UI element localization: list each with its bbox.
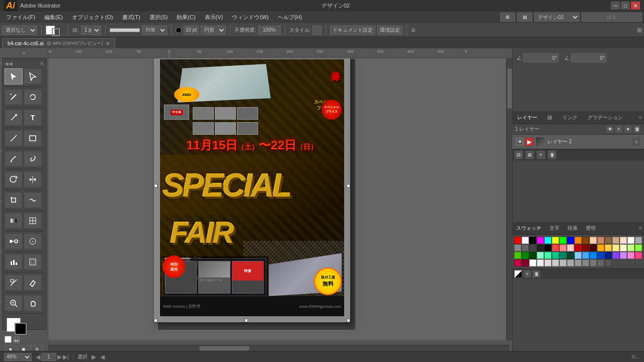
swatch-24[interactable] [567, 244, 574, 251]
angle1-input[interactable] [523, 53, 558, 62]
swatch-30[interactable] [612, 244, 619, 251]
swatch-45[interactable] [597, 252, 604, 259]
swatch-59[interactable] [575, 259, 582, 266]
direct-select-tool[interactable] [24, 68, 42, 84]
swatches-none-icon[interactable] [514, 270, 522, 278]
swatch-25[interactable] [575, 244, 582, 251]
swatch-3[interactable] [537, 237, 544, 244]
mirror-tool[interactable] [24, 171, 42, 188]
swatch-40[interactable] [559, 252, 567, 259]
swatch-19[interactable] [529, 244, 536, 251]
swatch-53[interactable] [529, 259, 536, 266]
swatch-54[interactable] [537, 259, 544, 266]
swatch-8[interactable] [575, 237, 582, 244]
minimize-button[interactable]: ─ [611, 2, 620, 10]
rotate-tool[interactable] [5, 171, 23, 188]
swatch-56[interactable] [552, 259, 559, 266]
swatch-9[interactable] [582, 237, 589, 244]
swatch-35[interactable] [522, 252, 529, 259]
layers-new-icon[interactable]: + [615, 125, 623, 133]
layers-delete-icon[interactable]: 🗑 [633, 125, 641, 133]
doc-settings-button[interactable]: ドキュメント設定 [330, 26, 375, 35]
layers-new-sublayer-btn[interactable]: ⊞ [525, 150, 534, 159]
mesh-tool[interactable] [24, 213, 42, 229]
swatch-41[interactable] [567, 252, 574, 259]
swatch-57[interactable] [559, 259, 567, 266]
scale-tool[interactable] [5, 192, 23, 208]
status-expand-btn[interactable]: ▶ [92, 353, 96, 360]
point-shape-select[interactable]: 円形 [201, 26, 226, 35]
toolbar-more-btn[interactable]: ≡ [411, 26, 415, 34]
point-size-input[interactable] [184, 26, 199, 35]
layers-tab-gradient[interactable]: グラデーション [583, 112, 628, 124]
page-end-btn[interactable]: ▶| [63, 353, 69, 360]
close-button[interactable]: ✕ [631, 2, 640, 10]
swatch-23[interactable] [559, 244, 567, 251]
magic-wand-tool[interactable] [5, 89, 23, 105]
swatch-18[interactable] [522, 244, 529, 251]
env-settings-button[interactable]: 環境設定 [377, 26, 403, 35]
warp-tool[interactable] [24, 192, 42, 208]
swatch-21[interactable] [544, 244, 551, 251]
swatch-2[interactable] [529, 237, 536, 244]
menu-file[interactable]: ファイル(F) [2, 13, 39, 22]
swatch-17[interactable] [514, 244, 521, 251]
menu-help[interactable]: ヘルプ(H) [274, 13, 306, 22]
swatch-60[interactable] [582, 259, 589, 266]
reset-colors-btn[interactable]: D [5, 336, 12, 343]
column-chart-tool[interactable] [5, 254, 23, 270]
swatch-37[interactable] [537, 252, 544, 259]
swatch-13[interactable] [612, 237, 619, 244]
layers-menu-icon[interactable]: ≡ [637, 112, 644, 124]
layer-visibility-toggle[interactable]: 👁 [516, 138, 523, 145]
lasso-tool[interactable] [24, 89, 42, 105]
zoom-tool[interactable] [5, 295, 23, 311]
swatch-48[interactable] [620, 252, 627, 259]
page-prev-btn[interactable]: ◀ [36, 353, 40, 360]
pencil-tool[interactable] [5, 151, 23, 167]
swatch-49[interactable] [627, 252, 634, 259]
swatch-4[interactable] [544, 237, 551, 244]
layers-options-icon[interactable]: ▾ [624, 125, 632, 133]
menu-object[interactable]: オブジェクト(O) [68, 13, 117, 22]
menu-text[interactable]: 書式(T) [118, 13, 144, 22]
swatches-tab-swatches[interactable]: スウォッチ [512, 223, 545, 234]
swatch-12[interactable] [605, 237, 612, 244]
stroke-style-select[interactable]: 均等 [142, 26, 167, 35]
menu-view[interactable]: 表示(V) [201, 13, 227, 22]
tab-close-icon[interactable]: ✕ [106, 41, 110, 46]
status-collapse-btn[interactable]: ◀ [100, 353, 105, 360]
layer-lock-icon[interactable]: ○ [633, 138, 640, 145]
angle2-input[interactable] [571, 53, 606, 62]
document-tab[interactable]: b4-car-4c-cs6.ai @ 48% (CMYK/プレビュー) ✕ [2, 38, 115, 48]
swap-colors-btn[interactable]: ⇔ [14, 337, 20, 343]
swatch-47[interactable] [612, 252, 619, 259]
page-input[interactable] [41, 353, 56, 361]
pen-tool[interactable] [5, 110, 23, 126]
menu-select[interactable]: 選択(S) [145, 13, 172, 22]
stroke-size-select[interactable]: 1 px [81, 26, 101, 35]
brush-tool[interactable] [24, 151, 42, 167]
swatch-38[interactable] [544, 252, 551, 259]
search-input[interactable] [582, 13, 642, 22]
zoom-select[interactable]: 48% [4, 353, 32, 361]
symbol-tool[interactable]: * [24, 233, 42, 249]
swatch-36[interactable] [529, 252, 536, 259]
swatch-0[interactable] [514, 237, 521, 244]
swatch-16[interactable] [635, 237, 642, 244]
swatches-delete-btn[interactable]: 🗑 [532, 270, 540, 278]
swatch-50[interactable] [635, 252, 642, 259]
stroke-color[interactable] [52, 28, 60, 36]
toolbox-collapse-btn[interactable]: ◀◀ [5, 61, 13, 66]
swatch-55[interactable] [544, 259, 551, 266]
swatch-10[interactable] [590, 237, 597, 244]
swatch-44[interactable] [590, 252, 597, 259]
swatches-tab-char[interactable]: 文字 [545, 223, 564, 234]
canvas-area[interactable]: 4WD 在庫処分 スペシャル フェアー 中古車 [48, 48, 509, 340]
slice-tool[interactable] [5, 275, 23, 291]
swatch-1[interactable] [522, 237, 529, 244]
swatch-33[interactable] [635, 244, 642, 251]
blend-tool[interactable] [5, 233, 23, 249]
layers-tab-links[interactable]: リンク [557, 112, 583, 124]
menu-edit[interactable]: 編集(E) [40, 13, 67, 22]
